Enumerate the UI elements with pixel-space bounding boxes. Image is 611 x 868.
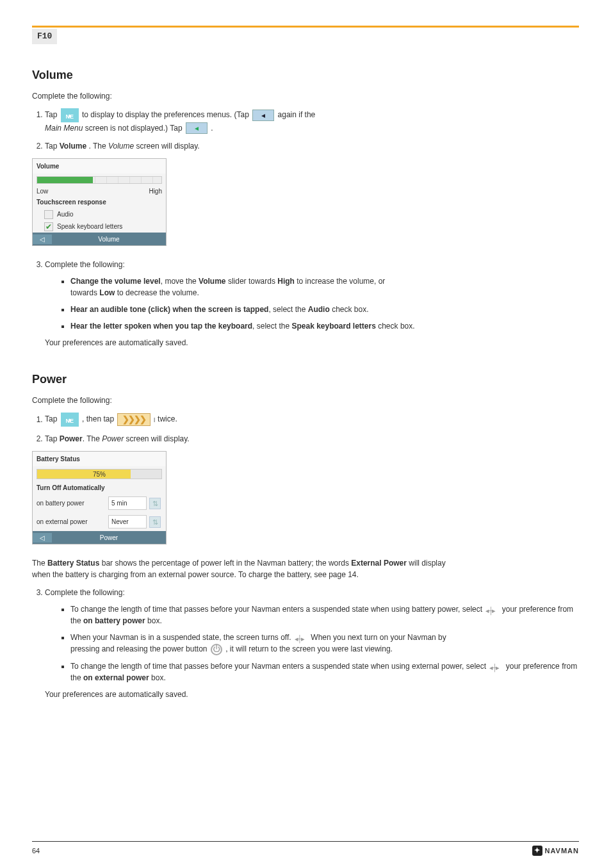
brand-mark-icon [532, 846, 542, 856]
step-1: Tap to display to display the preference… [45, 108, 579, 135]
back-icon: ◁ [33, 234, 52, 244]
intro-text: Complete the following: [32, 90, 579, 102]
stepper-icon: ⇅ [149, 516, 161, 528]
power-desc: The Battery Status bar shows the percent… [32, 557, 579, 580]
header-label: F10 [32, 29, 57, 44]
ne-icon [61, 413, 79, 427]
brand-logo: NAVMAN [532, 846, 579, 856]
scroll-right-icon [117, 413, 151, 426]
intro-text: Complete the following: [32, 395, 579, 406]
up-down-icon [485, 605, 498, 614]
section-title-volume: Volume [32, 67, 579, 84]
back-icon [252, 110, 274, 121]
back-icon [186, 122, 208, 134]
up-down-icon [295, 634, 307, 643]
back-icon: ◁ [33, 533, 52, 543]
section-title-power: Power [32, 371, 579, 388]
power-step-3: Complete the following: To change the le… [45, 587, 579, 700]
volume-screenshot: Volume Low High Touchscreen response Aud… [32, 158, 167, 246]
step-2: Tap Volume . The Volume screen will disp… [45, 140, 579, 152]
page-number: 64 [32, 846, 40, 856]
power-button-icon [211, 644, 222, 655]
power-step-2: Tap Power. The Power screen will display… [45, 433, 579, 445]
page-footer: 64 NAVMAN [32, 841, 579, 856]
up-down-icon [489, 662, 502, 671]
step-3: Complete the following: Change the volum… [45, 259, 579, 348]
power-step-1: Tap , then tap twice. [45, 413, 579, 427]
stepper-icon: ⇅ [149, 498, 161, 509]
power-screenshot: Battery Status 75% Turn Off Automaticall… [32, 451, 167, 545]
ne-icon [61, 108, 79, 122]
